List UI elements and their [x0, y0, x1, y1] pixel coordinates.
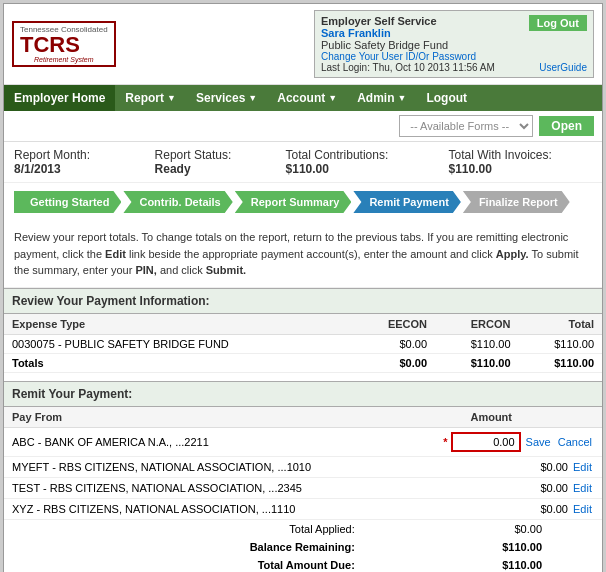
summary-table: Total Applied: $0.00 Balance Remaining: …	[4, 520, 602, 573]
totals-total: $110.00	[519, 353, 603, 372]
col-eecon: EECON	[353, 314, 436, 335]
nav-admin-arrow: ▼	[398, 93, 407, 103]
nav-account[interactable]: Account ▼	[267, 85, 347, 111]
amount-input-1[interactable]	[451, 432, 521, 452]
amount-cell-2: $0.00 Edit	[395, 456, 602, 477]
edit-button-3[interactable]: Edit	[571, 482, 594, 494]
cancel-button-1[interactable]: Cancel	[556, 436, 594, 448]
total-due-row: Total Amount Due: $110.00	[4, 556, 602, 573]
nav-logout[interactable]: Logout	[416, 85, 477, 111]
ercon-cell: $110.00	[435, 334, 518, 353]
description: Review your report totals. To change tot…	[4, 221, 602, 288]
balance-remaining-label: Balance Remaining:	[4, 538, 363, 556]
edit-button-4[interactable]: Edit	[571, 503, 594, 515]
edit-button-2[interactable]: Edit	[571, 461, 594, 473]
col-amount: Amount	[395, 407, 602, 428]
nav-services[interactable]: Services ▼	[186, 85, 267, 111]
total-contributions: Total Contributions: $110.00	[286, 148, 429, 176]
col-ercon: ERCON	[435, 314, 518, 335]
nav-report[interactable]: Report ▼	[115, 85, 186, 111]
account-4: XYZ - RBS CITIZENS, NATIONAL ASSOCIATION…	[4, 498, 395, 519]
total-due-label: Total Amount Due:	[4, 556, 363, 573]
totals-row: Totals $0.00 $110.00 $110.00	[4, 353, 602, 372]
toolbar: -- Available Forms -- Open	[4, 111, 602, 142]
report-info: Report Month: 8/1/2013 Report Status: Re…	[4, 142, 602, 183]
total-cell: $110.00	[519, 334, 603, 353]
nav-account-arrow: ▼	[328, 93, 337, 103]
header-right: Employer Self Service Sara Franklin Publ…	[314, 10, 594, 78]
user-guide-link[interactable]: UserGuide	[539, 62, 587, 73]
col-expense-type: Expense Type	[4, 314, 353, 335]
account-1: ABC - BANK OF AMERICA N.A., ...2211	[4, 427, 395, 456]
nav-admin[interactable]: Admin ▼	[347, 85, 416, 111]
change-link[interactable]: Change Your User ID/Or Password	[321, 51, 476, 62]
total-due-value: $110.00	[363, 556, 602, 573]
step-getting-started[interactable]: Getting Started	[14, 191, 121, 213]
eecon-cell: $0.00	[353, 334, 436, 353]
logo-tcrs: TCRS	[20, 34, 108, 56]
open-button[interactable]: Open	[539, 116, 594, 136]
fund-name: Public Safety Bridge Fund	[321, 39, 476, 51]
total-with-invoices: Total With Invoices: $110.00	[448, 148, 592, 176]
last-login: Last Login: Thu, Oct 10 2013 11:56 AM	[321, 62, 495, 73]
logout-button[interactable]: Log Out	[529, 15, 587, 31]
amount-cell-4: $0.00 Edit	[395, 498, 602, 519]
nav-services-arrow: ▼	[248, 93, 257, 103]
table-row: MYEFT - RBS CITIZENS, NATIONAL ASSOCIATI…	[4, 456, 602, 477]
amount-cell-1: * Save Cancel	[395, 427, 602, 456]
logo-bottom: Retirement System	[20, 56, 108, 63]
nav-report-arrow: ▼	[167, 93, 176, 103]
amount-cell-3: $0.00 Edit	[395, 477, 602, 498]
table-row: ABC - BANK OF AMERICA N.A., ...2211 * Sa…	[4, 427, 602, 456]
expense-type-cell: 0030075 - PUBLIC SAFETY BRIDGE FUND	[4, 334, 353, 353]
table-row: 0030075 - PUBLIC SAFETY BRIDGE FUND $0.0…	[4, 334, 602, 353]
header: Tennessee Consolidated TCRS Retirement S…	[4, 4, 602, 85]
required-star: *	[443, 436, 447, 448]
user-name: Sara Franklin	[321, 27, 476, 39]
step-remit-payment[interactable]: Remit Payment	[353, 191, 460, 213]
review-payment-header: Review Your Payment Information:	[4, 288, 602, 314]
logo-area: Tennessee Consolidated TCRS Retirement S…	[12, 21, 124, 67]
service-label: Employer Self Service	[321, 15, 476, 27]
report-status: Report Status: Ready	[155, 148, 266, 176]
available-forms-select[interactable]: -- Available Forms --	[399, 115, 533, 137]
balance-remaining-row: Balance Remaining: $110.00	[4, 538, 602, 556]
account-3: TEST - RBS CITIZENS, NATIONAL ASSOCIATIO…	[4, 477, 395, 498]
totals-ercon: $110.00	[435, 353, 518, 372]
report-month: Report Month: 8/1/2013	[14, 148, 135, 176]
remit-payment-header: Remit Your Payment:	[4, 381, 602, 407]
table-row: TEST - RBS CITIZENS, NATIONAL ASSOCIATIO…	[4, 477, 602, 498]
account-2: MYEFT - RBS CITIZENS, NATIONAL ASSOCIATI…	[4, 456, 395, 477]
balance-remaining-value: $110.00	[363, 538, 602, 556]
review-payment-table: Expense Type EECON ERCON Total 0030075 -…	[4, 314, 602, 373]
logo-box: Tennessee Consolidated TCRS Retirement S…	[12, 21, 116, 67]
total-applied-value: $0.00	[363, 520, 602, 538]
total-applied-row: Total Applied: $0.00	[4, 520, 602, 538]
totals-label: Totals	[4, 353, 353, 372]
total-applied-label: Total Applied:	[4, 520, 363, 538]
save-button-1[interactable]: Save	[524, 436, 553, 448]
nav-employer-home[interactable]: Employer Home	[4, 85, 115, 111]
step-contrib-details[interactable]: Contrib. Details	[123, 191, 232, 213]
table-row: XYZ - RBS CITIZENS, NATIONAL ASSOCIATION…	[4, 498, 602, 519]
steps-bar: Getting Started Contrib. Details Report …	[4, 183, 602, 221]
step-report-summary[interactable]: Report Summary	[235, 191, 352, 213]
col-total: Total	[519, 314, 603, 335]
remit-payment-table: Pay From Amount ABC - BANK OF AMERICA N.…	[4, 407, 602, 520]
col-pay-from: Pay From	[4, 407, 395, 428]
totals-eecon: $0.00	[353, 353, 436, 372]
nav-bar: Employer Home Report ▼ Services ▼ Accoun…	[4, 85, 602, 111]
step-finalize-report[interactable]: Finalize Report	[463, 191, 570, 213]
